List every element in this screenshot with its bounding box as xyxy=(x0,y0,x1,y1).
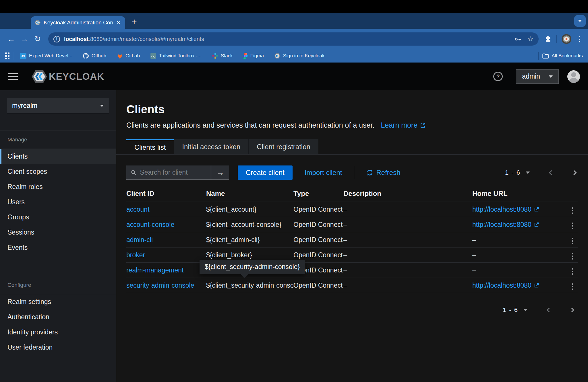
sidebar-item-realm-roles[interactable]: Realm roles xyxy=(0,179,116,194)
page-title: Clients xyxy=(126,103,578,116)
client-id-link[interactable]: broker xyxy=(126,251,145,259)
browser-menu-icon[interactable]: ⋮ xyxy=(576,35,583,43)
hamburger-menu-icon[interactable] xyxy=(8,73,18,80)
refresh-icon xyxy=(366,169,373,176)
reload-button[interactable]: ↻ xyxy=(31,35,44,43)
user-avatar[interactable] xyxy=(567,70,580,83)
home-url-empty: – xyxy=(472,247,564,263)
tab-title: Keycloak Administration Cons xyxy=(44,20,113,26)
url-path: :8080/admin/master/console/#/myrealm/cli… xyxy=(89,36,204,42)
search-submit-button[interactable]: → xyxy=(211,165,229,180)
realm-name: myrealm xyxy=(12,102,37,110)
user-name: admin xyxy=(522,73,540,80)
sidebar-item-events[interactable]: Events xyxy=(0,240,116,255)
sidebar-item-identity-providers[interactable]: Identity providers xyxy=(0,325,116,340)
bookmark-keycloak[interactable]: Sign in to Keycloak xyxy=(274,53,325,59)
table-row: broker ${client_broker} OpenID Connect –… xyxy=(126,247,578,263)
sidebar-item-client-scopes[interactable]: Client scopes xyxy=(0,164,116,179)
extensions-puzzle-icon[interactable] xyxy=(544,35,552,43)
bookmark-expert-web[interactable]: </> Expert Web Devel... xyxy=(20,53,72,59)
client-id-link[interactable]: realm-management xyxy=(126,266,183,274)
home-url-link[interactable]: http://localhost:8080 xyxy=(472,282,539,289)
tab-initial-access-token[interactable]: Initial access token xyxy=(174,139,248,154)
bookmark-label: Sign in to Keycloak xyxy=(283,53,325,59)
col-name: Name xyxy=(206,186,293,202)
keycloak-logo[interactable]: KEYCLOAK xyxy=(31,69,104,84)
refresh-button[interactable]: Refresh xyxy=(366,169,400,177)
sidebar-item-clients[interactable]: Clients xyxy=(0,149,116,164)
external-link-icon xyxy=(420,122,426,128)
row-actions-kebab[interactable] xyxy=(569,205,576,216)
pagination-range: 1 - 6 xyxy=(503,306,518,314)
client-id-link[interactable]: account xyxy=(126,206,150,213)
browser-toolbar: ← → ↻ i localhost:8080/admin/master/cons… xyxy=(0,29,588,49)
sidebar-group-configure: Configure Realm settings Authentication … xyxy=(0,276,116,355)
learn-more-label: Learn more xyxy=(381,121,417,129)
tab-clients-list[interactable]: Clients list xyxy=(126,139,174,154)
row-actions-kebab[interactable] xyxy=(569,235,576,247)
client-type: OpenID Connect xyxy=(293,202,343,217)
browser-tab[interactable]: Keycloak Administration Cons × xyxy=(31,16,125,29)
pagination-menu-toggle[interactable] xyxy=(526,171,530,174)
new-tab-button[interactable]: + xyxy=(131,17,137,26)
home-url-empty: – xyxy=(472,263,564,278)
refresh-label: Refresh xyxy=(376,169,400,177)
bookmark-slack[interactable]: Slack xyxy=(212,53,233,59)
apps-grid-icon[interactable] xyxy=(5,52,12,59)
sidebar-item-users[interactable]: Users xyxy=(0,194,116,210)
name-tooltip: ${client_security-admin-console} xyxy=(200,260,305,274)
site-info-icon[interactable]: i xyxy=(53,36,60,42)
bookmark-github[interactable]: GIthub xyxy=(83,53,106,59)
user-menu-dropdown[interactable]: admin xyxy=(516,69,559,84)
client-name: ${client_account} xyxy=(206,202,293,217)
forward-button[interactable]: → xyxy=(18,35,31,43)
prev-page-button[interactable] xyxy=(545,307,552,313)
next-page-button[interactable] xyxy=(569,307,576,313)
address-bar[interactable]: i localhost:8080/admin/master/console/#/… xyxy=(48,32,539,46)
gitlab-icon xyxy=(117,53,123,59)
bookmark-tailwind-toolbox[interactable]: Tailwind Toolbox -... xyxy=(150,53,202,59)
sidebar-item-groups[interactable]: Groups xyxy=(0,210,116,225)
tailwind-toolbox-icon xyxy=(150,53,156,59)
bookmark-figma[interactable]: Figma xyxy=(243,53,264,59)
group-label-manage: Manage xyxy=(0,131,116,149)
chevron-down-icon xyxy=(523,309,527,311)
prev-page-button[interactable] xyxy=(548,169,554,176)
next-page-button[interactable] xyxy=(572,169,578,176)
chevron-down-icon xyxy=(578,20,582,22)
row-actions-kebab[interactable] xyxy=(569,266,576,277)
search-input[interactable] xyxy=(140,169,206,176)
all-bookmarks-button[interactable]: All Bookmarks xyxy=(542,52,583,59)
bookmark-star-icon[interactable]: ☆ xyxy=(527,36,533,42)
password-key-icon[interactable] xyxy=(514,35,521,43)
home-url-label: http://localhost:8080 xyxy=(472,206,531,213)
url-text[interactable]: localhost:8080/admin/master/console/#/my… xyxy=(64,36,510,42)
client-id-link[interactable]: account-console xyxy=(126,221,175,228)
sidebar-item-authentication[interactable]: Authentication xyxy=(0,309,116,325)
row-actions-kebab[interactable] xyxy=(569,251,576,262)
external-link-icon xyxy=(534,283,539,288)
group-label-configure: Configure xyxy=(0,276,116,294)
row-actions-kebab[interactable] xyxy=(569,281,576,292)
tab-client-registration[interactable]: Client registration xyxy=(248,139,318,154)
tab-search-button[interactable] xyxy=(574,15,586,27)
sidebar-item-user-federation[interactable]: User federation xyxy=(0,340,116,355)
create-client-button[interactable]: Create client xyxy=(238,165,293,180)
client-id-link[interactable]: security-admin-console xyxy=(126,282,194,289)
sidebar-item-realm-settings[interactable]: Realm settings xyxy=(0,294,116,309)
home-url-link[interactable]: http://localhost:8080 xyxy=(472,221,539,229)
row-actions-kebab[interactable] xyxy=(569,220,576,231)
help-icon[interactable]: ? xyxy=(493,72,503,81)
bookmark-gitlab[interactable]: GitLab xyxy=(117,53,140,59)
learn-more-link[interactable]: Learn more xyxy=(381,121,426,129)
profile-avatar[interactable] xyxy=(562,34,571,44)
col-description: Description xyxy=(343,186,472,202)
realm-selector[interactable]: myrealm xyxy=(7,98,109,113)
home-url-link[interactable]: http://localhost:8080 xyxy=(472,206,539,213)
pagination-menu-toggle[interactable] xyxy=(523,309,527,311)
tab-close-icon[interactable]: × xyxy=(115,19,122,26)
client-id-link[interactable]: admin-cli xyxy=(126,236,153,243)
back-button[interactable]: ← xyxy=(5,35,18,43)
sidebar-item-sessions[interactable]: Sessions xyxy=(0,225,116,240)
import-client-link[interactable]: Import client xyxy=(305,169,342,177)
